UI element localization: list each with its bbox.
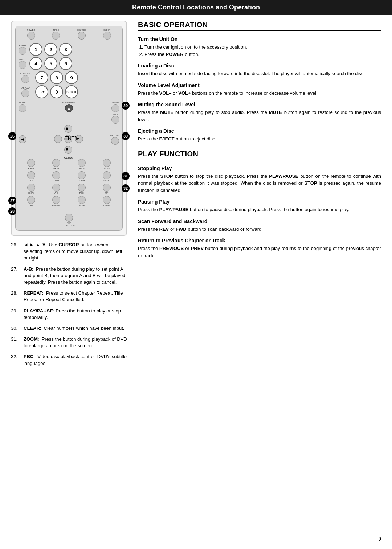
prev-button[interactable] (27, 159, 35, 167)
eject-btn-group: EJECT (103, 29, 111, 40)
audio-button[interactable] (19, 47, 26, 55)
return-prev-text: Press the PREVIOUS or PREV button during… (138, 245, 381, 259)
vol-minus-button[interactable] (78, 159, 86, 167)
num-6-button[interactable]: 6 (59, 57, 72, 70)
mode-btn-group: MODE (103, 171, 111, 182)
stopping-play: Stopping Play Press the STOP button to s… (138, 165, 381, 194)
remote-container: POWER TITLE SOURCE EJECT (11, 21, 127, 236)
mute-btn-group: MUTE (78, 196, 86, 206)
subtitle-button[interactable] (21, 75, 29, 83)
pausing-play-title: Pausing Play (138, 199, 381, 205)
return-btn-group: RETURN (110, 134, 119, 145)
right-column: BASIC OPERATION Turn the Unit On Turn th… (138, 21, 381, 371)
vol-plus-btn-group: VOL+ (103, 159, 111, 169)
up-button[interactable] (103, 184, 111, 192)
play-function-section: PLAY FUNCTION Stopping Play Press the ST… (138, 150, 381, 259)
angle-button[interactable] (19, 61, 26, 69)
title-btn-group: TITLE (52, 29, 60, 40)
num-1-button[interactable]: 1 (29, 43, 42, 56)
loading-disc-title: Loading a Disc (138, 63, 381, 69)
cursor-right-button[interactable]: ► (75, 135, 83, 143)
angle-btn-group: ANGLE (19, 58, 26, 69)
callout-28: 28 (8, 207, 16, 215)
mute-button[interactable] (78, 196, 86, 204)
play-pause-btn-group: PLAY/PAUSE ▲ (62, 102, 75, 112)
callout-31: 31 (122, 172, 130, 180)
subtitle-btn-group: SUBTITLE (19, 73, 32, 83)
num-4-button[interactable]: 4 (29, 57, 42, 70)
num-10plus-button[interactable]: 10+ (35, 85, 48, 98)
stop-btn-group: STOP (111, 113, 119, 124)
callout-29: 29 (122, 102, 130, 110)
volume-adjustment-text: Press the VOL– or VOL+ buttons on the re… (138, 90, 381, 97)
page-number: 9 (378, 536, 381, 542)
display-button[interactable] (21, 89, 29, 97)
muting-sound-title: Muting the Sound Level (138, 102, 381, 107)
ab-btn-group: A-B (52, 184, 60, 194)
power-btn-group: POWER (27, 29, 35, 40)
play-function-title: PLAY FUNCTION (138, 150, 381, 160)
num-9-button[interactable]: 9 (65, 71, 78, 84)
menu-btn-group: MENU (111, 102, 119, 112)
legend: 26. ◄ ► ▲ ▼ Use CURSOR buttons when sele… (11, 242, 127, 367)
source-btn-group: SOURCE (77, 29, 86, 40)
audio-btn-group: AUDIO (19, 44, 26, 55)
stopping-play-title: Stopping Play (138, 165, 381, 171)
play-pause-button[interactable]: ▲ (65, 104, 73, 112)
num-3-button[interactable]: 3 (59, 43, 72, 56)
step-1: Turn the car ignition on to the accessor… (144, 44, 381, 51)
rev-btn-group: REV (27, 171, 35, 182)
num-5-button[interactable]: 5 (44, 57, 57, 70)
vol-plus-button[interactable] (103, 159, 111, 167)
return-prev-title: Return to Previous Chapter or Track (138, 238, 381, 243)
num-7-button[interactable]: 7 (35, 71, 48, 84)
volume-adjustment: Volume Level Adjustment Press the VOL– o… (138, 82, 381, 97)
enter-button[interactable]: ENTER (64, 135, 72, 143)
pbc-btn-group: PBC (78, 184, 86, 194)
cursor-down-button[interactable]: ▼ (64, 146, 72, 154)
enter-label (54, 135, 62, 143)
legend-item-31: 31. ZOOM: Press the button during playba… (11, 336, 127, 349)
mode-button[interactable] (103, 171, 111, 179)
repeat-btn-group: REPEAT (52, 196, 61, 206)
callout-26: 26 (8, 132, 16, 140)
tft-function-button[interactable] (65, 214, 73, 222)
power-button[interactable] (27, 32, 35, 40)
prev-btn-group: PREV (27, 159, 35, 169)
left-column: POWER TITLE SOURCE EJECT (11, 21, 127, 371)
num-8-button[interactable]: 8 (50, 71, 63, 84)
slow-btn-group: SLOW (27, 184, 35, 194)
repeat-button[interactable] (52, 196, 60, 204)
slow-button[interactable] (27, 184, 35, 192)
next-button[interactable] (52, 159, 60, 167)
zoom-button[interactable] (78, 171, 86, 179)
search-button[interactable]: SRCH+ (65, 85, 78, 98)
cursor-up-button[interactable]: ▲ (64, 125, 72, 133)
num-2-button[interactable]: 2 (44, 43, 57, 56)
down-button[interactable] (103, 196, 111, 204)
rev-button[interactable] (27, 171, 35, 179)
scan-fb-text: Press the REV or FWD button to scan back… (138, 226, 381, 233)
vol-minus-btn-group: VOL– (78, 159, 86, 169)
num-0-button[interactable]: 0 (50, 85, 63, 98)
up-btn-group: UP (103, 184, 111, 194)
sd-button[interactable] (27, 196, 35, 204)
eject-button[interactable] (103, 32, 111, 40)
cursor-left-button[interactable]: ◄ (19, 135, 26, 143)
stop-button[interactable] (111, 116, 119, 124)
zoom-btn-group: ZOOM (78, 171, 86, 182)
menu-button[interactable] (111, 104, 119, 112)
pbc-button[interactable] (78, 184, 86, 192)
return-button[interactable] (111, 137, 119, 145)
fwd-button[interactable] (52, 171, 60, 179)
ab-button[interactable] (52, 184, 60, 192)
callout-27: 27 (8, 197, 16, 205)
legend-item-29: 29. PLAY/PAUSE: Press the button to play… (11, 308, 127, 321)
title-button[interactable] (52, 32, 60, 40)
tft-btn-group: TFT FUNCTION (64, 214, 75, 227)
ejecting-disc-title: Ejecting a Disc (138, 128, 381, 134)
muting-sound-text: Press the MUTE button during play to sto… (138, 109, 381, 123)
clear-label: CLEAR (64, 156, 73, 159)
source-button[interactable] (78, 32, 86, 40)
setup-button[interactable] (19, 104, 26, 112)
